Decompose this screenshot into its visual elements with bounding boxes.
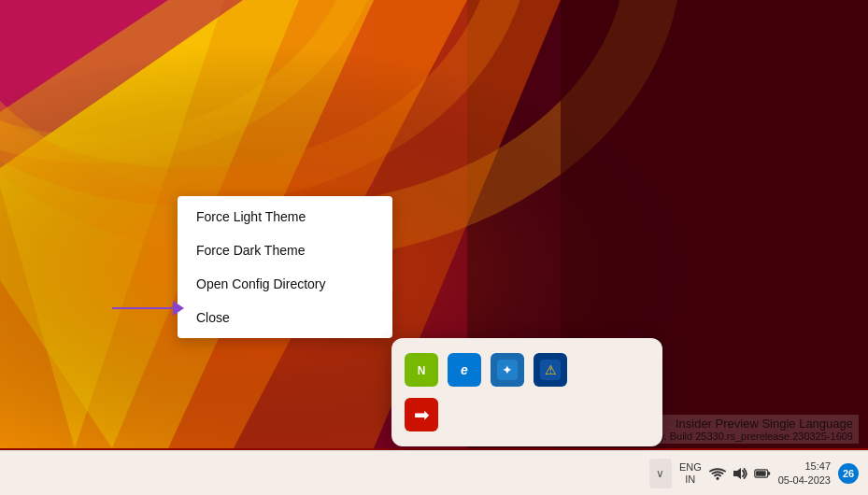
taskbar-right: ∨ ENG IN — [649, 459, 859, 488]
taskbar-notification-badge[interactable]: 26 — [838, 463, 859, 484]
svg-text:e: e — [461, 362, 468, 377]
svg-rect-27 — [767, 472, 769, 474]
menu-item-force-dark[interactable]: Force Dark Theme — [178, 233, 392, 267]
svg-rect-26 — [756, 471, 766, 476]
tray-popup: N e ✦ ⚠ ➡ — [391, 338, 662, 446]
tray-icon-warning[interactable]: ⚠ — [534, 353, 567, 387]
taskbar-system-icons — [709, 465, 771, 482]
taskbar-chevron[interactable]: ∨ — [649, 459, 672, 488]
menu-item-open-config[interactable]: Open Config Directory — [178, 267, 392, 301]
taskbar-lang-line2: IN — [685, 474, 695, 485]
menu-item-close[interactable]: Close — [178, 301, 392, 334]
arrow-line — [112, 307, 173, 309]
svg-point-23 — [716, 477, 719, 480]
taskbar-clock[interactable]: 15:47 05-04-2023 — [778, 460, 831, 487]
taskbar-date: 05-04-2023 — [778, 474, 831, 487]
arrow-indicator — [112, 301, 184, 316]
svg-text:✦: ✦ — [502, 362, 513, 377]
battery-icon[interactable] — [754, 465, 771, 482]
menu-item-force-light[interactable]: Force Light Theme — [178, 200, 392, 233]
sound-icon[interactable] — [732, 465, 748, 482]
arrow-head — [173, 301, 184, 316]
context-menu: Force Light Theme Force Dark Theme Open … — [178, 196, 392, 338]
tray-icon-bluetooth[interactable]: ✦ — [491, 353, 524, 387]
tray-icon-red-app[interactable]: ➡ — [405, 398, 438, 431]
taskbar: ∨ ENG IN — [0, 450, 868, 495]
desktop: Force Light Theme Force Dark Theme Open … — [0, 0, 868, 495]
taskbar-time: 15:47 — [804, 460, 831, 473]
svg-text:N: N — [418, 364, 426, 377]
tray-icons-row: N e ✦ ⚠ — [405, 353, 649, 387]
taskbar-lang: ENG IN — [679, 461, 702, 484]
tray-icon-nvidia[interactable]: N — [405, 353, 438, 387]
wifi-icon[interactable] — [709, 465, 726, 482]
svg-text:⚠: ⚠ — [545, 362, 557, 377]
tray-second-row: ➡ — [405, 398, 649, 431]
taskbar-lang-line1: ENG — [679, 461, 702, 473]
tray-icon-edge[interactable]: e — [448, 353, 481, 387]
svg-marker-24 — [733, 468, 741, 479]
